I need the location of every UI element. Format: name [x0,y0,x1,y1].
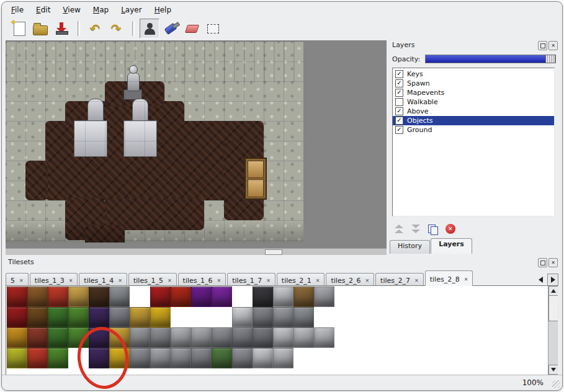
tile[interactable] [232,348,253,368]
tile[interactable] [68,327,89,348]
scroll-down-button[interactable] [548,365,558,375]
redo-button[interactable]: ↷ [106,19,126,38]
tileset-tab-tiles_2_8[interactable]: tiles_2_8✕ [425,270,473,286]
layer-row-objects[interactable]: ✓Objects [393,116,554,125]
tile[interactable] [253,327,273,348]
tileset-tab-tiles_1_3[interactable]: tiles_1_3✕ [30,273,78,286]
tab-layers[interactable]: Layers [431,238,472,254]
tile[interactable] [293,307,314,327]
menu-item-file[interactable]: File [6,4,29,16]
tile[interactable] [273,327,293,348]
tile[interactable] [27,307,48,327]
tile[interactable] [314,307,334,327]
undo-button[interactable]: ↶ [85,19,105,38]
tile[interactable] [212,287,232,307]
tile[interactable] [150,327,171,348]
tile[interactable] [48,327,68,348]
scroll-tabs-right-button[interactable] [547,274,558,286]
tile[interactable] [273,348,293,368]
scroll-up-button[interactable] [548,286,558,296]
tab-close-icon[interactable]: ✕ [69,278,73,283]
tileset-vertical-scrollbar[interactable] [548,286,558,375]
stamp-tool-button[interactable] [140,19,159,38]
move-layer-down-button[interactable] [411,225,420,233]
tile[interactable] [253,307,273,327]
map-viewport[interactable] [6,42,303,243]
layer-row-keys[interactable]: ✓Keys [393,69,554,79]
layer-visibility-checkbox[interactable]: ✓ [395,107,403,115]
layer-row-ground[interactable]: ✓Ground [393,125,554,135]
tab-close-icon[interactable]: ✕ [316,278,320,283]
tileset-tab-tiles_1_4[interactable]: tiles_1_4✕ [79,273,127,286]
tile[interactable] [7,307,27,327]
tile[interactable] [48,348,68,368]
menu-item-layer[interactable]: Layer [115,4,147,16]
tile[interactable] [273,307,293,327]
tab-close-icon[interactable]: ✕ [168,278,172,283]
map-horizontal-scrollbar[interactable] [6,248,387,255]
tile[interactable] [232,327,253,348]
tab-close-icon[interactable]: ✕ [217,278,222,283]
tile[interactable] [130,348,150,368]
tile[interactable] [109,287,130,307]
tileset-tab-5[interactable]: 5✕ [6,273,29,286]
tile[interactable] [27,327,48,348]
tile[interactable] [212,307,232,327]
layer-row-walkable[interactable]: Walkable [393,97,554,107]
layer-row-above[interactable]: ✓Above [393,107,554,116]
tile[interactable] [293,287,314,307]
resize-grip[interactable] [552,380,560,388]
tile[interactable] [253,348,273,368]
tab-close-icon[interactable]: ✕ [19,278,24,283]
tile[interactable] [293,327,314,348]
open-button[interactable] [30,19,50,38]
menu-item-map[interactable]: Map [87,4,114,16]
opacity-slider[interactable] [425,55,556,63]
tile[interactable] [171,348,191,368]
tab-close-icon[interactable]: ✕ [414,278,419,283]
tileset-tab-tiles_1_7[interactable]: tiles_1_7✕ [227,273,275,286]
close-panel-button[interactable]: ✕ [548,41,558,50]
select-tool-button[interactable] [203,19,223,38]
tile[interactable] [314,327,334,348]
tile[interactable] [232,307,253,327]
opacity-slider-handle[interactable] [545,55,555,63]
tab-history[interactable]: History [390,240,430,254]
float-panel-button[interactable] [538,41,547,50]
tile[interactable] [89,307,109,327]
layer-visibility-checkbox[interactable]: ✓ [395,89,403,97]
layer-row-spawn[interactable]: ✓Spawn [393,79,554,88]
tab-close-icon[interactable]: ✕ [464,277,468,282]
tile[interactable] [171,307,191,327]
move-layer-up-button[interactable] [395,225,403,233]
paint-tool-button[interactable] [161,19,181,38]
menu-item-view[interactable]: View [57,4,86,16]
tileset-content[interactable] [6,285,558,375]
tile[interactable] [130,307,150,327]
delete-layer-button[interactable]: ✕ [445,224,455,234]
tile[interactable] [109,348,130,368]
tile[interactable] [7,287,27,307]
tile[interactable] [68,287,89,307]
layer-visibility-checkbox[interactable]: ✓ [395,126,403,134]
tile[interactable] [232,287,253,307]
tile[interactable] [130,327,150,348]
tile[interactable] [191,287,212,307]
duplicate-layer-button[interactable] [428,225,437,234]
tile[interactable] [109,307,130,327]
tile[interactable] [48,307,68,327]
tile[interactable] [150,348,171,368]
tile[interactable] [171,327,191,348]
tileset-tab-tiles_1_6[interactable]: tiles_1_6✕ [178,273,226,286]
scroll-tabs-left-button[interactable] [535,274,545,285]
tile[interactable] [7,348,27,368]
tile[interactable] [191,307,212,327]
scrollbar-thumb[interactable] [548,295,558,321]
tile[interactable] [89,287,109,307]
tile[interactable] [212,327,232,348]
layer-visibility-checkbox[interactable] [395,98,403,106]
layer-visibility-checkbox[interactable]: ✓ [395,70,403,78]
tile[interactable] [191,348,212,368]
close-panel-button[interactable]: ✕ [548,258,558,267]
tile[interactable] [109,327,130,348]
